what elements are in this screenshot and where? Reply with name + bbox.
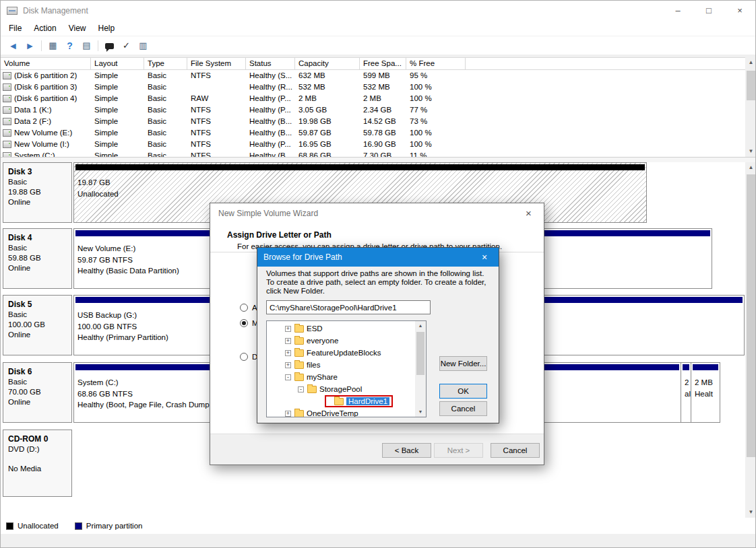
menu-view[interactable]: View (63, 24, 92, 33)
radio-icon[interactable] (240, 353, 248, 361)
close-button[interactable]: × (724, 1, 755, 21)
scrollbar-thumb[interactable] (747, 174, 755, 457)
disk5-header[interactable]: Disk 5 Basic 100.00 GB Online (3, 295, 72, 355)
help-icon[interactable]: ? (61, 40, 78, 51)
scroll-up-icon[interactable] (415, 321, 426, 331)
scroll-down-icon[interactable] (745, 507, 756, 518)
cell-type: Basic (144, 116, 187, 127)
tree-item-esd[interactable]: + ESD (267, 322, 415, 335)
expand-icon[interactable]: + (285, 362, 291, 368)
tree-scrollbar[interactable] (415, 321, 426, 417)
cdrom-header[interactable]: CD-ROM 0 DVD (D:) No Media (3, 430, 72, 497)
tree-item-label[interactable]: ESD (307, 324, 323, 333)
unallocated-swatch (6, 522, 13, 530)
report-icon[interactable]: ▥ (135, 40, 152, 50)
table-row[interactable]: (Disk 6 partition 3) Simple Basic Health… (1, 81, 745, 93)
cell-percent-free: 100 % (406, 139, 466, 150)
expand-icon[interactable]: + (285, 411, 291, 417)
views-icon[interactable]: ▤ (78, 40, 95, 50)
new-folder-button[interactable]: New Folder... (439, 356, 487, 371)
scroll-down-icon[interactable] (745, 146, 756, 157)
tree-item-storagepool[interactable]: - StoragePool (267, 383, 415, 395)
column-free-space[interactable]: Free Spa... (360, 57, 406, 70)
drive-path-input[interactable] (266, 300, 431, 314)
comment-icon[interactable] (101, 40, 118, 50)
browse-close-icon[interactable]: × (470, 248, 499, 267)
expand-icon[interactable]: + (285, 326, 291, 332)
radio-selected-icon[interactable] (240, 319, 248, 327)
column-file-system[interactable]: File System (187, 57, 246, 70)
toolbar-separator (41, 40, 42, 51)
tree-item-files[interactable]: + files (267, 359, 415, 371)
tree-item-label[interactable]: FeatureUpdateBlocks (307, 349, 381, 357)
cell-free-space: 59.78 GB (360, 127, 406, 139)
disk6-header[interactable]: Disk 6 Basic 70.00 GB Online (3, 362, 72, 423)
tree-item-everyone[interactable]: + everyone (267, 335, 415, 347)
forward-icon[interactable]: ► (22, 40, 38, 51)
tree-item-myshare[interactable]: - myShare (267, 371, 415, 383)
disk4-header[interactable]: Disk 4 Basic 59.88 GB Online (3, 228, 72, 289)
disk3-header[interactable]: Disk 3 Basic 19.88 GB Online (3, 162, 72, 223)
wizard-cancel-button[interactable]: Cancel (491, 443, 540, 458)
scrollbar-thumb[interactable] (416, 332, 424, 375)
column-type[interactable]: Type (144, 57, 187, 70)
browse-cancel-button[interactable]: Cancel (439, 401, 487, 416)
cell-file-system: NTFS (187, 70, 246, 81)
scroll-down-icon[interactable] (415, 407, 426, 417)
volume-icon (3, 152, 11, 157)
partition-recovery[interactable]: 2 MB althy (Recovery Partition) (681, 362, 691, 423)
table-row[interactable]: Data 2 (F:) Simple Basic NTFS Healthy (B… (1, 116, 745, 127)
ok-button[interactable]: OK (439, 384, 487, 399)
menu-action[interactable]: Action (28, 24, 62, 33)
volume-list-scrollbar[interactable] (745, 57, 756, 157)
table-row[interactable]: New Volume (I:) Simple Basic NTFS Health… (1, 139, 745, 150)
tree-item-label[interactable]: OneDriveTemp (307, 409, 358, 417)
column-capacity[interactable]: Capacity (295, 57, 360, 70)
maximize-button[interactable]: □ (693, 1, 724, 21)
tree-item-label-selected[interactable]: HardDrive1 (346, 397, 389, 405)
expand-icon[interactable]: + (285, 338, 291, 344)
partition-2mb[interactable]: 2 MB Healt (691, 362, 720, 423)
tree-item-featureupdateblocks[interactable]: + FeatureUpdateBlocks (267, 347, 415, 359)
tree-item-label[interactable]: everyone (307, 337, 338, 345)
pane-splitter[interactable] (1, 157, 756, 162)
browse-description-line: To create a drive path, select an empty … (266, 278, 486, 287)
minimize-button[interactable]: – (662, 1, 693, 21)
folder-icon (334, 398, 344, 405)
tree-item-label[interactable]: StoragePool (319, 385, 362, 393)
radio-mount-in-folder[interactable]: M (240, 318, 259, 328)
wizard-close-icon[interactable]: × (513, 203, 544, 224)
console-tree-icon[interactable]: ▦ (44, 40, 61, 50)
scrollbar-thumb[interactable] (747, 71, 755, 100)
tree-item-onedrivetemp[interactable]: + OneDriveTemp (267, 407, 415, 417)
radio-icon[interactable] (240, 304, 248, 312)
column-layout[interactable]: Layout (91, 57, 144, 70)
table-row[interactable]: (Disk 6 partition 4) Simple Basic RAW He… (1, 93, 745, 104)
back-button[interactable]: < Back (382, 443, 431, 458)
back-icon[interactable]: ◄ (5, 40, 22, 51)
column-status[interactable]: Status (246, 57, 295, 70)
menu-help[interactable]: Help (92, 24, 121, 33)
cell-layout: Simple (91, 139, 144, 150)
scroll-up-icon[interactable] (745, 162, 756, 173)
next-button[interactable]: Next > (434, 443, 483, 458)
expand-icon[interactable]: + (285, 350, 291, 356)
selected-item-annotation[interactable]: HardDrive1 (325, 395, 393, 407)
table-row[interactable]: (Disk 6 partition 2) Simple Basic NTFS H… (1, 70, 745, 81)
tree-item-harddrive1[interactable]: HardDrive1 (267, 395, 415, 407)
column-volume[interactable]: Volume (1, 57, 91, 70)
table-row[interactable]: Data 1 (K:) Simple Basic NTFS Healthy (P… (1, 104, 745, 116)
table-row[interactable]: New Volume (E:) Simple Basic NTFS Health… (1, 127, 745, 139)
partition-label: 2 MB (695, 377, 716, 388)
tree-item-label[interactable]: myShare (307, 373, 338, 381)
collapse-icon[interactable]: - (285, 374, 291, 380)
column-percent-free[interactable]: % Free (406, 57, 466, 70)
graphical-view-scrollbar[interactable] (745, 162, 756, 518)
scroll-up-icon[interactable] (745, 57, 756, 68)
tree-item-label[interactable]: files (307, 361, 320, 369)
table-row[interactable]: System (C:) Simple Basic NTFS Healthy (B… (1, 150, 745, 157)
collapse-icon[interactable]: - (298, 386, 304, 392)
cell-status: Healthy (B... (246, 127, 295, 139)
check-icon[interactable]: ✓ (118, 40, 135, 50)
menu-file[interactable]: File (3, 24, 28, 33)
